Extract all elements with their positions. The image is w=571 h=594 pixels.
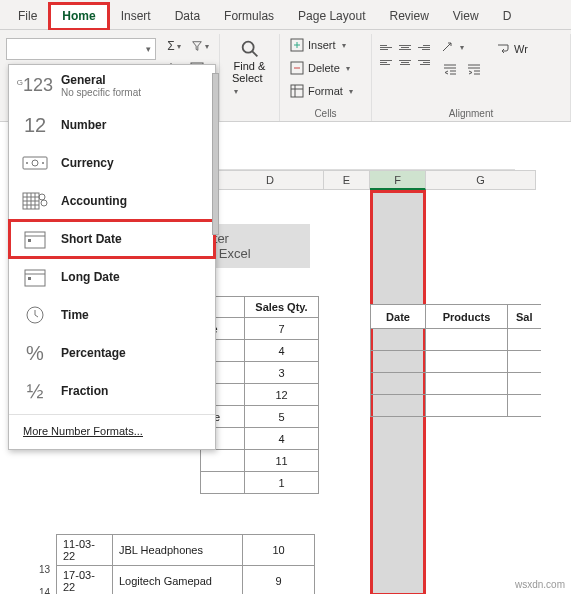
column-headers[interactable]: D E F G [216, 170, 536, 190]
cell[interactable]: 11 [245, 450, 319, 472]
delete-label: Delete [308, 62, 340, 74]
calendar-icon [21, 228, 49, 250]
tab-page-layout[interactable]: Page Layout [286, 4, 377, 29]
orientation-button[interactable] [440, 40, 484, 54]
tab-home[interactable]: Home [49, 3, 108, 30]
decrease-indent-icon[interactable] [440, 60, 460, 80]
fraction-icon: ½ [21, 380, 49, 402]
tab-review[interactable]: Review [377, 4, 440, 29]
autosum-icon[interactable]: Σ [164, 36, 184, 56]
insert-cells-button[interactable]: Insert [286, 36, 365, 54]
cell-qty[interactable]: 10 [243, 535, 315, 566]
format-label: Fraction [61, 384, 108, 398]
cell-product[interactable]: Logitech Gamepad [113, 566, 243, 595]
cell[interactable]: 4 [245, 428, 319, 450]
select-label: Select [232, 72, 267, 96]
cell[interactable] [201, 472, 245, 494]
sales-header: Sal [508, 305, 541, 329]
scrollbar[interactable] [211, 69, 219, 339]
format-fraction[interactable]: ½ Fraction [9, 372, 215, 410]
tab-file[interactable]: File [6, 4, 49, 29]
insert-label: Insert [308, 39, 336, 51]
format-label: Long Date [61, 270, 120, 284]
format-sub: No specific format [61, 87, 141, 98]
format-label: Format [308, 85, 343, 97]
format-accounting[interactable]: Accounting [9, 182, 215, 220]
svg-point-9 [26, 162, 28, 164]
date-header: Date [371, 305, 426, 329]
col-f[interactable]: F [370, 170, 426, 190]
cell[interactable]: 1 [245, 472, 319, 494]
alignment-icons[interactable] [378, 40, 432, 69]
chevron-down-icon[interactable]: ▾ [146, 44, 151, 54]
col-e[interactable]: E [324, 170, 370, 190]
clock-icon [21, 304, 49, 326]
svg-point-8 [32, 160, 38, 166]
svg-rect-17 [28, 277, 31, 280]
row-num[interactable]: 14 [32, 581, 50, 594]
cell-product[interactable]: JBL Headphones [113, 535, 243, 566]
tab-extra[interactable]: D [491, 4, 524, 29]
find-select-button[interactable]: Find & Select [226, 36, 273, 98]
products-header: Products [426, 305, 508, 329]
cell-date[interactable]: 11-03-22 [57, 535, 113, 566]
accounting-icon [21, 190, 49, 212]
tab-data[interactable]: Data [163, 4, 212, 29]
col-g[interactable]: G [426, 170, 536, 190]
tab-insert[interactable]: Insert [109, 4, 163, 29]
format-long-date[interactable]: Long Date [9, 258, 215, 296]
format-label: Percentage [61, 346, 126, 360]
format-percentage[interactable]: % Percentage [9, 334, 215, 372]
svg-rect-6 [291, 85, 303, 97]
calendar-icon [21, 266, 49, 288]
currency-icon [21, 152, 49, 174]
format-label: Currency [61, 156, 114, 170]
cell[interactable]: 4 [245, 340, 319, 362]
format-general[interactable]: G123 GeneralNo specific format [9, 65, 215, 106]
find-label: Find & [234, 60, 266, 72]
format-number[interactable]: 12 Number [9, 106, 215, 144]
number-format-dropdown: G123 GeneralNo specific format 12 Number… [8, 64, 216, 450]
cell[interactable]: 3 [245, 362, 319, 384]
tab-view[interactable]: View [441, 4, 491, 29]
row-numbers[interactable]: 13 14 [32, 558, 50, 594]
cell-qty[interactable]: 9 [243, 566, 315, 595]
tab-formulas[interactable]: Formulas [212, 4, 286, 29]
cell[interactable]: 7 [245, 318, 319, 340]
format-label: Short Date [61, 232, 122, 246]
delete-cells-button[interactable]: Delete [286, 59, 365, 77]
menu-tabs: File Home Insert Data Formulas Page Layo… [0, 0, 571, 30]
format-currency[interactable]: Currency [9, 144, 215, 182]
data-table-bottom: 11-03-22 JBL Headphones 10 17-03-22 Logi… [56, 534, 315, 594]
watermark: wsxdn.com [515, 579, 565, 590]
row-num[interactable]: 13 [32, 558, 50, 581]
more-number-formats[interactable]: More Number Formats... [9, 419, 215, 443]
format-label: Time [61, 308, 89, 322]
svg-point-12 [39, 194, 45, 200]
formula-bar[interactable]: fx [200, 152, 515, 170]
format-cells-button[interactable]: Format [286, 82, 365, 100]
col-d[interactable]: D [216, 170, 324, 190]
formula-input[interactable] [215, 152, 515, 170]
name-box[interactable]: ▾ [6, 38, 156, 60]
format-label: Number [61, 118, 106, 132]
number-icon: 12 [21, 114, 49, 136]
format-time[interactable]: Time [9, 296, 215, 334]
svg-point-10 [42, 162, 44, 164]
sales-qty-header: Sales Qty. [245, 297, 319, 318]
wrap-label: Wr [514, 43, 528, 55]
cell[interactable]: 12 [245, 384, 319, 406]
svg-point-13 [41, 200, 47, 206]
sort-filter-icon[interactable] [190, 36, 210, 56]
percent-icon: % [21, 342, 49, 364]
cell[interactable]: 5 [245, 406, 319, 428]
format-short-date[interactable]: Short Date [9, 220, 215, 258]
group-alignment-label: Alignment [378, 105, 564, 119]
cell[interactable] [201, 450, 245, 472]
format-label: Accounting [61, 194, 127, 208]
svg-rect-15 [28, 239, 31, 242]
wrap-text-button[interactable]: Wr [492, 40, 532, 58]
cell-date[interactable]: 17-03-22 [57, 566, 113, 595]
increase-indent-icon[interactable] [464, 60, 484, 80]
output-table-headers: Date Products Sal [370, 304, 541, 417]
